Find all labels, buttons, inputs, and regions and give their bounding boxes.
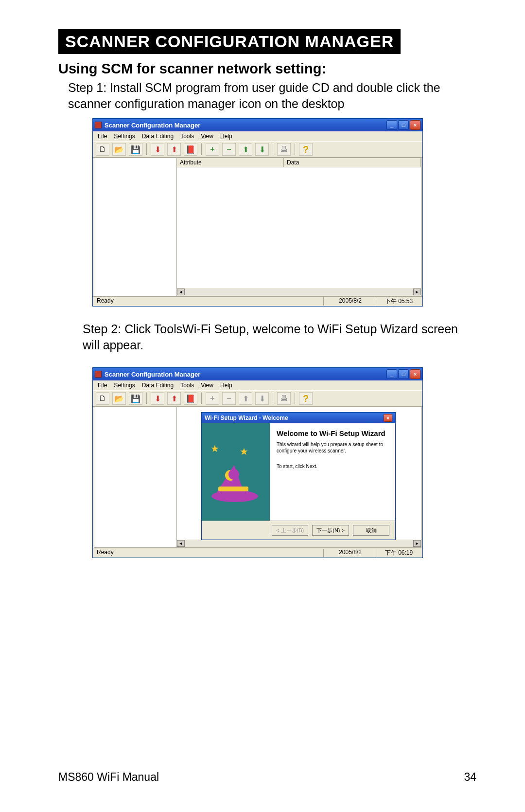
plus-icon[interactable]: + [206,143,219,156]
wizard-start-hint: To start, click Next. [277,464,388,469]
menu-file[interactable]: File [95,381,110,389]
wizard-next-button[interactable]: 下一步(N) > [312,525,349,536]
grid-header: Attribute Data [177,158,421,167]
statusbar: Ready 2005/8/2 下午 05:53 [93,296,422,306]
book-icon[interactable]: 📕 [184,392,197,405]
wizard-cancel-button[interactable]: 取消 [353,525,389,536]
status-date: 2005/8/2 [323,297,377,306]
wizard-back-button[interactable]: < 上一步(B) [272,525,308,536]
window-title: Scanner Configuration Manager [105,122,200,129]
scroll-left-icon[interactable]: ◄ [177,289,185,295]
figure-1: Scanner Configuration Manager _ □ × File… [92,118,476,307]
scm-body: Wi-Fi Setup Wizard - Welcome × [94,407,421,548]
help-icon[interactable]: ? [299,143,313,156]
menu-tools[interactable]: Tools [177,381,197,389]
section-subtitle: Using SCM for scanner network setting: [58,61,476,77]
scroll-right-icon[interactable]: ► [413,540,421,547]
menu-dataediting[interactable]: Data Editing [139,132,176,140]
upload-icon[interactable]: ⬆ [167,143,181,156]
maximize-button[interactable]: □ [398,369,409,379]
wizard-titlebar[interactable]: Wi-Fi Setup Wizard - Welcome × [202,413,395,423]
upload-icon[interactable]: ⬆ [167,392,181,405]
book-icon[interactable]: 📕 [184,143,197,156]
maximize-button[interactable]: □ [398,120,409,130]
wizard-heading: Welcome to Wi-Fi Setup Wizard [277,429,388,437]
menu-settings[interactable]: Settings [111,132,138,140]
wizard-button-row: < 上一步(B) 下一步(N) > 取消 [202,521,395,540]
down-arrow-icon[interactable]: ⬇ [255,392,269,405]
scroll-track[interactable] [185,289,413,295]
col-attribute[interactable]: Attribute [177,158,284,167]
toolbar-divider [295,393,295,404]
status-ready: Ready [95,297,323,306]
new-icon[interactable]: 🗋 [96,392,109,405]
down-arrow-icon[interactable]: ⬇ [255,143,269,156]
toolbar-divider [146,393,147,404]
statusbar: Ready 2005/8/2 下午 06:19 [93,548,422,558]
print-icon[interactable]: 🖶 [277,392,291,405]
save-icon[interactable]: 💾 [129,392,142,405]
titlebar[interactable]: Scanner Configuration Manager _ □ × [93,368,422,380]
status-time: 下午 05:53 [377,297,420,306]
titlebar[interactable]: Scanner Configuration Manager _ □ × [93,119,422,131]
open-icon[interactable]: 📂 [112,143,126,156]
minimize-button[interactable]: _ [386,120,397,130]
col-data[interactable]: Data [284,158,421,167]
horizontal-scrollbar[interactable]: ◄ ► [177,540,421,547]
wizard-sidebar-image [202,423,270,521]
tree-pane[interactable] [94,158,177,296]
menu-tools[interactable]: Tools [177,132,197,140]
status-ready: Ready [95,549,323,557]
download-icon[interactable]: ⬇ [151,392,164,405]
tree-pane[interactable] [94,407,177,547]
new-icon[interactable]: 🗋 [96,143,109,156]
open-icon[interactable]: 📂 [112,392,126,405]
minimize-button[interactable]: _ [386,369,397,379]
save-icon[interactable]: 💾 [129,143,142,156]
menubar[interactable]: File Settings Data Editing Tools View He… [93,380,422,390]
menubar[interactable]: File Settings Data Editing Tools View He… [93,131,422,141]
star-icon [210,443,219,451]
menu-view[interactable]: View [198,381,216,389]
wizard-close-button[interactable]: × [384,414,392,422]
up-arrow-icon[interactable]: ⬆ [239,392,252,405]
toolbar: 🗋 📂 💾 ⬇ ⬆ 📕 + − ⬆ ⬇ 🖶 ? [93,141,422,158]
minus-icon[interactable]: − [222,392,236,405]
scroll-left-icon[interactable]: ◄ [177,540,185,547]
print-icon[interactable]: 🖶 [277,143,291,156]
wifi-wizard-dialog: Wi-Fi Setup Wizard - Welcome × [201,412,396,540]
horizontal-scrollbar[interactable]: ◄ ► [177,288,421,296]
app-icon [95,371,102,378]
wizard-content: Welcome to Wi-Fi Setup Wizard This wizar… [270,423,395,521]
close-button[interactable]: × [410,120,420,130]
menu-view[interactable]: View [198,132,216,140]
footer-page-number: 34 [464,771,476,784]
menu-settings[interactable]: Settings [111,381,138,389]
help-icon[interactable]: ? [299,392,313,405]
scroll-track[interactable] [185,540,413,547]
step2-text: Step 2: Click ToolsWi-Fi Setup, welcome … [83,321,476,353]
wizard-description: This wizard will help you prepare a setu… [277,441,388,454]
menu-help[interactable]: Help [217,132,235,140]
figure-2: Scanner Configuration Manager _ □ × File… [92,367,476,558]
grid-body[interactable] [177,167,421,288]
up-arrow-icon[interactable]: ⬆ [239,143,252,156]
menu-help[interactable]: Help [217,381,235,389]
grid-pane: Wi-Fi Setup Wizard - Welcome × [177,407,421,547]
toolbar-divider [146,144,147,155]
menu-file[interactable]: File [95,132,110,140]
minus-icon[interactable]: − [222,143,236,156]
scroll-right-icon[interactable]: ► [413,289,421,295]
app-icon [95,122,102,128]
status-date: 2005/8/2 [323,549,377,557]
footer-title: MS860 WiFi Manual [58,771,464,784]
toolbar-divider [273,393,273,404]
menu-dataediting[interactable]: Data Editing [139,381,176,389]
download-icon[interactable]: ⬇ [151,143,164,156]
toolbar-divider [201,144,202,155]
scm-body: Attribute Data ◄ ► [94,158,421,296]
plus-icon[interactable]: + [206,392,219,405]
close-button[interactable]: × [410,369,420,379]
wizard-body: Welcome to Wi-Fi Setup Wizard This wizar… [202,423,395,521]
grid-body[interactable]: Wi-Fi Setup Wizard - Welcome × [177,407,421,540]
